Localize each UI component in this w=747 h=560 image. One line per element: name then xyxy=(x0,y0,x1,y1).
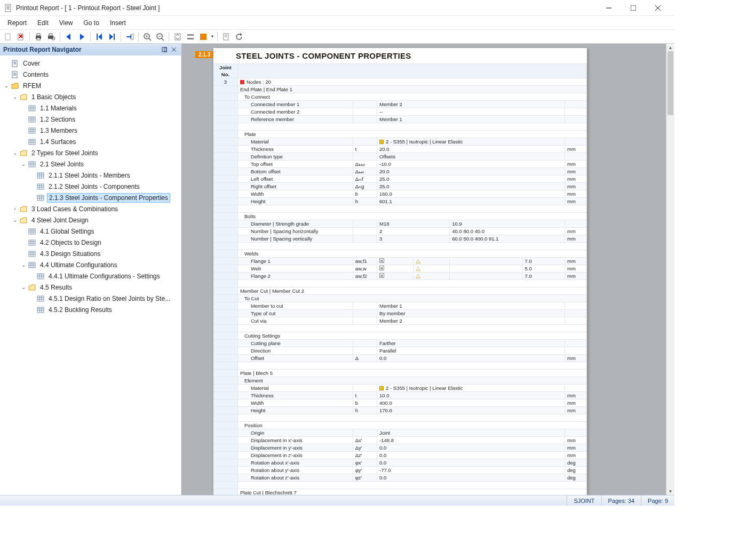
tb-prev-icon[interactable] xyxy=(63,31,75,43)
panel-dock-icon[interactable] xyxy=(161,46,168,53)
tree-item[interactable]: ⌄4 Steel Joint Design xyxy=(0,214,181,226)
svg-rect-60 xyxy=(29,117,35,122)
svg-rect-110 xyxy=(29,262,35,268)
tree-item[interactable]: ›3 Load Cases & Combinations xyxy=(0,203,181,214)
tree-item-label: 4.3 Design Situations xyxy=(38,250,102,258)
svg-rect-115 xyxy=(37,274,44,279)
svg-rect-55 xyxy=(29,106,35,111)
tree-item[interactable]: ⌄4.4 Ultimate Configurations xyxy=(0,259,181,270)
tree-item[interactable]: ⌄4.5 Results xyxy=(0,282,181,293)
tb-section-icon[interactable] xyxy=(197,31,209,43)
status-module: SJOINT xyxy=(567,495,601,506)
tb-refresh-icon[interactable] xyxy=(233,31,245,43)
grid-icon xyxy=(28,160,36,169)
tb-last-icon[interactable] xyxy=(106,31,118,43)
tree-item-label: 2.1.3 Steel Joints - Component Propertie… xyxy=(47,193,170,203)
svg-marker-19 xyxy=(66,34,70,40)
scroll-down-icon[interactable]: ▼ xyxy=(666,487,674,495)
tb-goto-icon[interactable] xyxy=(124,31,136,43)
tree-item-label: 3 Load Cases & Combinations xyxy=(30,205,120,213)
tree-item-label: Cover xyxy=(21,59,42,68)
grid-icon xyxy=(28,261,36,269)
minimize-button[interactable] xyxy=(597,0,621,16)
scroll-up-icon[interactable]: ▲ xyxy=(666,44,674,51)
tb-doc-icon[interactable] xyxy=(220,31,232,43)
svg-rect-90 xyxy=(37,195,44,201)
svg-rect-27 xyxy=(131,34,133,39)
tree-item-label: 4 Steel Joint Design xyxy=(30,216,90,225)
tree-item[interactable]: Contents xyxy=(0,69,181,80)
tree-item[interactable]: ⌄2 Types for Steel Joints xyxy=(0,147,181,158)
tb-collapse-icon[interactable] xyxy=(185,31,196,43)
tb-zoom-in-icon[interactable] xyxy=(141,31,153,43)
tb-new-page-icon[interactable] xyxy=(2,31,14,43)
tree-item[interactable]: 4.4.1 Ultimate Configurations - Settings xyxy=(0,270,181,282)
document-page: 2.1.3 STEEL JOINTS - COMPONENT PROPERTIE… xyxy=(213,48,587,495)
section-badge: 2.1.3 xyxy=(195,51,213,58)
tree-item[interactable]: ⌄RFEM xyxy=(0,80,181,91)
menu-view[interactable]: View xyxy=(54,17,78,29)
maximize-button[interactable] xyxy=(621,0,646,16)
grid-icon xyxy=(36,194,45,202)
tb-first-icon[interactable] xyxy=(93,31,105,43)
svg-rect-6 xyxy=(631,5,636,11)
menu-goto[interactable]: Go to xyxy=(78,17,105,29)
tree-item[interactable]: 2.1.2 Steel Joints - Components xyxy=(0,181,181,192)
tree-item-label: 1.2 Sections xyxy=(38,115,77,124)
navigator-tree[interactable]: CoverContents⌄RFEM⌄1 Basic Objects1.1 Ma… xyxy=(0,55,181,495)
tb-print-preview-icon[interactable] xyxy=(45,31,57,43)
panel-close-icon[interactable] xyxy=(170,46,178,53)
document-pane: 2.1.3 STEEL JOINTS - COMPONENT PROPERTIE… xyxy=(181,44,674,495)
grid-icon xyxy=(28,227,36,236)
menu-insert[interactable]: Insert xyxy=(105,17,131,29)
folder-icon xyxy=(19,149,28,157)
tree-item[interactable]: 2.1.3 Steel Joints - Component Propertie… xyxy=(0,192,181,203)
folder-icon xyxy=(19,216,28,225)
svg-marker-20 xyxy=(80,34,84,40)
tree-item[interactable]: ⌄2.1 Steel Joints xyxy=(0,158,181,170)
svg-rect-35 xyxy=(175,34,180,40)
svg-line-33 xyxy=(162,38,164,41)
toolbar: ▼ xyxy=(0,30,674,44)
menu-report[interactable]: Report xyxy=(2,17,32,29)
tree-item[interactable]: 4.5.2 Buckling Results xyxy=(0,304,181,315)
tb-zoom-out-icon[interactable] xyxy=(154,31,166,43)
tree-item-label: 4.2 Objects to Design xyxy=(38,238,103,247)
scroll-thumb[interactable] xyxy=(667,51,673,115)
tb-delete-page-icon[interactable] xyxy=(15,31,27,43)
svg-rect-120 xyxy=(37,296,44,301)
tree-item-label: RFEM xyxy=(21,82,43,90)
navigator-title: Printout Report Navigator xyxy=(3,46,82,53)
tree-item[interactable]: 1.3 Members xyxy=(0,125,181,136)
tb-print-icon[interactable] xyxy=(33,31,44,43)
tb-next-icon[interactable] xyxy=(76,31,88,43)
tree-item[interactable]: 4.1 Global Settings xyxy=(0,226,181,237)
svg-marker-42 xyxy=(240,33,242,36)
svg-rect-15 xyxy=(37,38,40,40)
menu-edit[interactable]: Edit xyxy=(32,17,54,29)
grid-icon xyxy=(28,250,36,258)
tree-item[interactable]: 1.1 Materials xyxy=(0,102,181,114)
tree-item[interactable]: 4.5.1 Design Ratio on Steel Joints by St… xyxy=(0,293,181,304)
tree-item[interactable]: 4.2 Objects to Design xyxy=(0,237,181,248)
tree-item-label: 2.1 Steel Joints xyxy=(38,160,85,169)
tree-item[interactable]: 4.3 Design Situations xyxy=(0,248,181,259)
page-icon xyxy=(11,59,19,68)
svg-line-29 xyxy=(149,38,151,41)
tree-item[interactable]: Cover xyxy=(0,58,181,69)
svg-marker-22 xyxy=(98,34,102,40)
tree-item[interactable]: 2.1.1 Steel Joints - Members xyxy=(0,170,181,181)
tree-item[interactable]: 1.2 Sections xyxy=(0,114,181,125)
vertical-scrollbar[interactable]: ▲ ▼ xyxy=(666,44,674,495)
svg-rect-21 xyxy=(97,34,98,40)
tree-item-label: 2.1.2 Steel Joints - Components xyxy=(47,182,141,191)
close-button[interactable] xyxy=(646,0,670,16)
tb-fit-page-icon[interactable] xyxy=(172,31,184,43)
folder-icon xyxy=(28,283,36,292)
grid-icon xyxy=(28,238,36,247)
folder-icon xyxy=(19,205,28,213)
grid-icon xyxy=(28,138,36,146)
tree-item[interactable]: ⌄1 Basic Objects xyxy=(0,91,181,102)
navigator-panel: Printout Report Navigator CoverContents⌄… xyxy=(0,44,181,495)
tree-item[interactable]: 1.4 Surfaces xyxy=(0,136,181,147)
